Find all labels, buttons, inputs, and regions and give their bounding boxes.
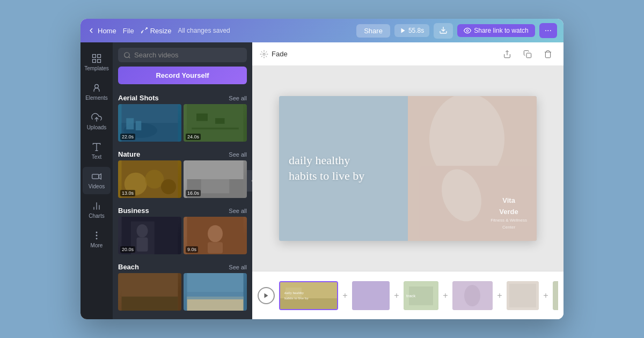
timeline-clip-3[interactable]: track (404, 281, 438, 310)
svg-marker-64 (265, 293, 268, 298)
share-canvas-button[interactable] (499, 46, 515, 62)
back-button[interactable]: Home (87, 26, 116, 35)
timeline-add-1[interactable]: + (340, 290, 350, 301)
transition-name: Fade (272, 50, 288, 58)
nature-video-1[interactable]: 13.0s (118, 160, 181, 198)
nature-video-1-duration: 13.0s (120, 190, 135, 196)
timeline-add-4[interactable]: + (494, 290, 505, 301)
sidebar: Templates Elements Uploads (80, 42, 113, 319)
chevron-left-icon (250, 178, 252, 183)
svg-rect-30 (196, 114, 208, 121)
timeline: daily healthy habits to live by + + (252, 271, 564, 319)
search-icon (123, 52, 131, 59)
aerial-video-2[interactable]: 24.0s (184, 104, 247, 142)
svg-rect-31 (215, 118, 225, 124)
clip-5-thumbnail (507, 281, 539, 310)
panel-search-area (113, 42, 252, 67)
svg-text:track: track (406, 293, 416, 298)
aerial-see-all[interactable]: See all (229, 95, 247, 101)
beach-see-all[interactable]: See all (229, 264, 247, 270)
timeline-clip-2[interactable] (352, 281, 390, 310)
sidebar-text-label: Text (92, 154, 101, 160)
play-button[interactable]: 55.8s (394, 24, 429, 37)
chevron-left-icon (87, 26, 96, 35)
topbar-right: Share 55.8s Share link to wat (356, 23, 557, 39)
sidebar-item-templates[interactable]: Templates (83, 49, 111, 76)
record-button[interactable]: Record Yourself (118, 67, 247, 84)
timeline-clip-5[interactable] (507, 281, 539, 310)
nature-section-header: Nature See all (113, 146, 252, 160)
nature-video-2[interactable]: 16.0s (184, 160, 247, 198)
sidebar-charts-label: Charts (89, 213, 104, 219)
share-watch-label: Share link to watch (474, 27, 528, 34)
timeline-play-icon (263, 292, 269, 299)
business-video-2[interactable]: 9.0s (184, 217, 247, 254)
nature-see-all[interactable]: See all (229, 151, 247, 158)
sidebar-item-more[interactable]: More (83, 226, 111, 253)
resize-button[interactable]: Resize (141, 27, 172, 35)
copy-icon (523, 50, 532, 58)
timeline-play-button[interactable] (258, 287, 275, 304)
timeline-add-3[interactable]: + (440, 290, 451, 301)
clip-6-thumbnail (553, 281, 558, 310)
sidebar-item-charts[interactable]: Charts (83, 196, 111, 224)
elements-icon (91, 83, 102, 93)
business-video-1[interactable]: 20.0s (118, 217, 181, 254)
timeline-add-2[interactable]: + (391, 290, 402, 301)
trash-icon (544, 50, 552, 58)
aerial-video-1-duration: 22.0s (120, 134, 135, 140)
play-time-label: 55.8s (408, 27, 424, 34)
timeline-clip-6[interactable] (553, 281, 558, 310)
beach-video-1[interactable] (118, 273, 181, 311)
sidebar-elements-label: Elements (85, 95, 108, 101)
slide-background: daily healthyhabits to live by VitaVerde… (279, 96, 537, 241)
canvas-slide[interactable]: daily healthyhabits to live by VitaVerde… (279, 96, 537, 241)
more-options-button[interactable]: ··· (539, 23, 557, 38)
slide-headline: daily healthyhabits to live by (289, 153, 396, 183)
nature-title: Nature (118, 150, 140, 158)
business-section-header: Business See all (113, 202, 252, 217)
svg-rect-78 (509, 284, 536, 307)
share-button[interactable]: Share (356, 24, 390, 38)
video-panel: Record Yourself Aerial Shots See all (113, 42, 252, 319)
clip-2-thumbnail (352, 281, 390, 310)
timeline-add-5[interactable]: + (540, 290, 551, 301)
clip-4-thumbnail (452, 281, 493, 310)
chart-icon (91, 201, 102, 211)
copy-canvas-button[interactable] (519, 46, 536, 62)
beach-thumb-2-img (184, 273, 247, 311)
timeline-clip-1[interactable]: daily healthy habits to live by (279, 281, 338, 310)
topbar: Home File Resize All changes saved Share (80, 19, 564, 42)
sidebar-uploads-label: Uploads (87, 124, 107, 131)
aerial-title: Aerial Shots (118, 94, 159, 102)
svg-rect-47 (208, 242, 223, 253)
svg-point-21 (125, 52, 129, 57)
timeline-clip-4[interactable] (452, 281, 493, 310)
svg-line-22 (129, 56, 130, 58)
svg-text:habits to live by: habits to live by (284, 296, 309, 300)
beach-video-2[interactable] (184, 273, 247, 311)
aerial-video-1[interactable]: 22.0s (118, 104, 181, 142)
sidebar-item-uploads[interactable]: Uploads (83, 108, 111, 135)
sidebar-item-videos[interactable]: Videos (83, 167, 111, 194)
share-watch-button[interactable]: Share link to watch (457, 24, 535, 37)
aerial-video-grid: 22.0s 24.0s (113, 104, 252, 146)
download-button[interactable] (434, 23, 453, 39)
panel-collapse-button[interactable] (247, 170, 252, 192)
search-box[interactable] (118, 48, 247, 62)
transition-label-area: Fade (260, 50, 288, 58)
nature-video-grid: 13.0s 16.0s (113, 160, 252, 202)
sidebar-item-elements[interactable]: Elements (83, 78, 111, 106)
svg-text:daily healthy: daily healthy (284, 291, 304, 295)
business-title: Business (118, 207, 149, 215)
search-input[interactable] (134, 51, 241, 59)
file-menu[interactable]: File (123, 27, 134, 35)
business-see-all[interactable]: See all (229, 208, 247, 214)
transition-icon (260, 50, 268, 58)
svg-rect-40 (201, 165, 230, 194)
aerial-video-2-duration: 24.0s (186, 134, 201, 140)
beach-title: Beach (118, 263, 139, 271)
sidebar-item-text[interactable]: Text (83, 137, 111, 165)
delete-canvas-button[interactable] (540, 46, 556, 62)
svg-rect-54 (187, 292, 244, 299)
